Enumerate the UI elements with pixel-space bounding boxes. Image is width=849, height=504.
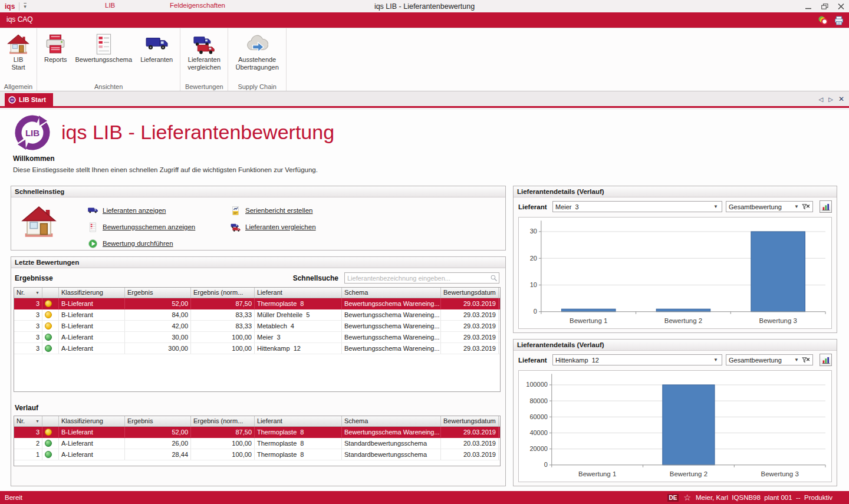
metric-select[interactable]: Gesamtbewertung ▼ <box>726 201 813 212</box>
cell-klassifizierung: B-Lieferant <box>59 309 125 320</box>
column-header-klassifizierung[interactable]: Klassifizierung <box>59 416 125 426</box>
ribbon-group-label: Supply Chain <box>228 83 285 90</box>
history-label: Verlauf <box>15 404 499 412</box>
restore-button[interactable] <box>821 4 828 9</box>
ribbon-tab-bar: iqs CAQQC-CENTERALLGEMEINFELDEIGENSCHAFT… <box>0 13 849 28</box>
ribbon-group-ansichten: ReportsBewertungsschemaLieferantenAnsich… <box>37 28 180 91</box>
sort-arrow-icon[interactable]: ▼ <box>35 288 40 298</box>
quick-link-bewertungsschemen-anzeigen[interactable]: Bewertungsschemen anzeigen <box>88 219 195 235</box>
svg-text:Bewertung 1: Bewertung 1 <box>578 470 616 477</box>
status-yellow-icon <box>45 311 52 318</box>
chart-settings-button[interactable] <box>820 354 832 366</box>
doc-tab-lib-start[interactable]: LIB Start <box>5 93 53 106</box>
ribbon-button-lieferanten-vergleichen[interactable]: Lieferanten vergleichen <box>183 30 225 71</box>
table-row[interactable]: 3A-Lieferant30,00100,00Meier 3Bewertungs… <box>14 332 500 343</box>
column-header-status[interactable] <box>42 288 59 298</box>
scroll-tabs-left-icon[interactable]: ◁ <box>819 96 824 103</box>
quick-link-lieferanten-vergleichen[interactable]: Lieferanten vergleichen <box>231 219 316 235</box>
column-header-bewertungsdatum[interactable]: Bewertungsdatum <box>441 416 499 426</box>
results-table: Nr.▼KlassifizierungErgebnisErgebnis (nor… <box>14 287 501 392</box>
iqs-circles-icon[interactable] <box>818 15 828 26</box>
language-badge[interactable]: DE <box>667 494 679 502</box>
bar-chart-icon <box>822 356 830 364</box>
schema-icon <box>88 222 98 232</box>
bar-chart: 020000400006000080000100000Bewertung 1Be… <box>519 371 831 482</box>
search-icon[interactable] <box>490 274 498 282</box>
table-row[interactable]: 3B-Lieferant52,0087,50Thermoplaste 8Bewe… <box>14 298 500 309</box>
quick-link-lieferanten-anzeigen[interactable]: Lieferanten anzeigen <box>88 202 195 219</box>
quick-start-panel-header: Schnelleinstieg <box>11 186 505 197</box>
cell-klassifizierung: B-Lieferant <box>59 321 125 331</box>
cell-klassifizierung: B-Lieferant <box>59 427 125 437</box>
table-row[interactable]: 2A-Lieferant26,00100,00Thermoplaste 8Sta… <box>14 438 500 449</box>
cell-ergebnis: 84,00 <box>125 309 191 320</box>
column-header-ergebnis[interactable]: Ergebnis <box>125 416 191 426</box>
chevron-down-icon: ▼ <box>712 204 719 209</box>
cell-status <box>42 449 59 460</box>
supplier-details-panel-2: Lieferantendetails (Verlauf) Lieferant H… <box>513 339 837 486</box>
sort-arrow-icon[interactable]: ▼ <box>35 416 40 426</box>
quick-search-input[interactable] <box>344 272 499 284</box>
clear-filter-icon[interactable] <box>802 356 810 364</box>
column-header-lieferant[interactable]: Lieferant <box>255 288 342 298</box>
table-row[interactable]: 3B-Lieferant84,0083,33Müller Drehteile 5… <box>14 309 500 321</box>
table-row[interactable]: 3A-Lieferant300,00100,00Hittenkamp 12Bew… <box>14 343 500 354</box>
cell-lieferant: Thermoplaste 8 <box>255 427 342 437</box>
column-header-nr[interactable]: Nr.▼ <box>14 288 42 298</box>
ribbon-button-reports[interactable]: Reports <box>40 30 71 64</box>
titlebar: iqs ▾ LIB Feldeigenschaften iqs LIB - Li… <box>0 0 849 13</box>
minimize-button[interactable] <box>805 4 812 9</box>
ribbon-tab-iqs-caq[interactable]: iqs CAQ <box>0 12 849 28</box>
status-green-icon <box>45 334 52 341</box>
supplier-details-panel-1: Lieferantendetails (Verlauf) Lieferant M… <box>513 186 837 333</box>
ribbon-button-bewertungsschema[interactable]: Bewertungsschema <box>71 30 137 64</box>
cell-klassifizierung: A-Lieferant <box>59 438 125 449</box>
svg-text:Bewertung 2: Bewertung 2 <box>664 317 702 324</box>
right-column: Lieferantendetails (Verlauf) Lieferant M… <box>513 186 837 492</box>
column-header-nr[interactable]: Nr.▼ <box>14 416 42 426</box>
cell-ergebnis-norm: 83,33 <box>191 321 255 331</box>
quick-link-bewertung-durchf-hren[interactable]: Bewertung durchführen <box>88 235 195 252</box>
table-row[interactable]: 3B-Lieferant42,0083,33Metablech 4Bewertu… <box>14 321 500 332</box>
cell-ergebnis-norm: 87,50 <box>191 427 255 437</box>
main-content: LIB iqs LIB - Lieferantenbewertung Willk… <box>0 110 849 491</box>
column-header-ergebnis[interactable]: Ergebnis <box>125 288 191 298</box>
chevron-down-icon: ▼ <box>712 357 719 363</box>
ribbon-button-ausstehende-bertragungen[interactable]: Ausstehende Übertragungen <box>231 30 282 71</box>
cell-lieferant: Müller Drehteile 5 <box>255 309 342 320</box>
document-tabstrip: LIB Start ◁ ▷ ✕ <box>0 91 849 108</box>
table-row[interactable]: 3B-Lieferant52,0087,50Thermoplaste 8Bewe… <box>14 427 500 438</box>
supplier-details-controls: Lieferant Meier 3 ▼ Gesamtbewertung ▼ <box>514 197 837 216</box>
svg-text:30: 30 <box>530 228 537 235</box>
table-row[interactable]: 1A-Lieferant28,44100,00Thermoplaste 8Sta… <box>14 449 500 460</box>
column-header-ergebnis-norm[interactable]: Ergebnis (norm... <box>191 288 255 298</box>
ribbon-button-lib-start[interactable]: LIB Start <box>3 30 34 71</box>
cell-status <box>42 298 59 309</box>
quick-link-serienbericht-erstellen[interactable]: Serienbericht erstellen <box>231 202 316 219</box>
print-preview-icon[interactable] <box>834 15 844 26</box>
column-header-status[interactable] <box>42 416 59 426</box>
column-header-ergebnis-norm[interactable]: Ergebnis (norm... <box>191 416 255 426</box>
column-header-lieferant[interactable]: Lieferant <box>255 416 342 426</box>
clear-filter-icon[interactable] <box>802 203 810 211</box>
close-button[interactable] <box>838 4 844 9</box>
svg-text:100000: 100000 <box>526 381 548 388</box>
supplier-select[interactable]: Meier 3 ▼ <box>552 201 722 212</box>
ribbon-button-lieferanten[interactable]: Lieferanten <box>136 30 177 64</box>
window-controls <box>805 0 844 13</box>
ribbon-group-supply-chain: Ausstehende ÜbertragungenSupply Chain <box>228 28 286 91</box>
column-header-bewertungsdatum[interactable]: Bewertungsdatum <box>441 288 499 298</box>
metric-select[interactable]: Gesamtbewertung ▼ <box>726 354 813 365</box>
column-header-schema[interactable]: Schema <box>342 288 441 298</box>
cell-ergebnis-norm: 100,00 <box>191 449 255 460</box>
scroll-tabs-right-icon[interactable]: ▷ <box>828 96 833 103</box>
close-tab-icon[interactable]: ✕ <box>838 95 844 103</box>
column-header-klassifizierung[interactable]: Klassifizierung <box>59 288 125 298</box>
supplier-select[interactable]: Hittenkamp 12 ▼ <box>552 354 722 365</box>
column-header-schema[interactable]: Schema <box>342 416 441 426</box>
favorites-star-icon[interactable]: ☆ <box>683 493 691 502</box>
svg-text:60000: 60000 <box>529 413 547 420</box>
truck-icon <box>88 206 98 216</box>
quick-links-col-1: Lieferanten anzeigenBewertungsschemen an… <box>88 202 195 252</box>
chart-settings-button[interactable] <box>820 200 832 213</box>
